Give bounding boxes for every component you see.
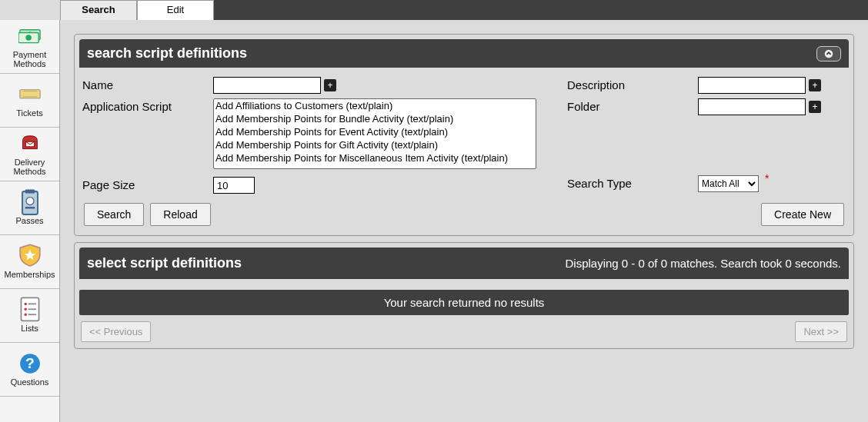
search-button[interactable]: Search bbox=[84, 203, 144, 226]
sidebar: Payment Methods Tickets Delivery Methods… bbox=[0, 20, 60, 422]
sidebar-item-memberships[interactable]: Memberships bbox=[0, 235, 59, 289]
svg-point-13 bbox=[24, 303, 26, 305]
ticket-icon bbox=[18, 84, 42, 105]
label-name: Name bbox=[82, 77, 213, 91]
reload-button[interactable]: Reload bbox=[150, 203, 210, 226]
name-plus-button[interactable]: + bbox=[324, 79, 336, 91]
collapse-button[interactable] bbox=[816, 46, 841, 61]
sidebar-item-label: Payment Methods bbox=[0, 50, 59, 68]
list-icon bbox=[18, 299, 42, 321]
label-description: Description bbox=[567, 77, 698, 91]
svg-text:?: ? bbox=[25, 355, 35, 371]
top-tab-bar: Search Edit bbox=[60, 0, 868, 20]
search-frame: search script definitions Name + bbox=[74, 34, 854, 236]
folder-plus-button[interactable]: + bbox=[809, 101, 821, 113]
next-button[interactable]: Next >> bbox=[795, 321, 847, 342]
application-script-select[interactable]: Add Affiliations to Customers (text/plai… bbox=[213, 98, 536, 169]
label-search-type: Search Type bbox=[567, 175, 698, 190]
tab-search[interactable]: Search bbox=[60, 0, 137, 20]
folder-input[interactable] bbox=[698, 98, 806, 115]
no-results-message: Your search returned no results bbox=[79, 290, 849, 315]
description-input[interactable] bbox=[698, 77, 806, 94]
question-icon: ? bbox=[18, 353, 42, 374]
label-folder: Folder bbox=[567, 98, 698, 113]
svg-rect-11 bbox=[25, 207, 35, 209]
sidebar-item-passes[interactable]: Passes bbox=[0, 181, 59, 235]
sidebar-item-payment-methods[interactable]: Payment Methods bbox=[0, 20, 59, 74]
badge-icon bbox=[18, 191, 42, 213]
label-application-script: Application Script bbox=[82, 98, 213, 113]
description-plus-button[interactable]: + bbox=[809, 79, 821, 91]
sidebar-item-label: Memberships bbox=[4, 270, 55, 279]
sidebar-item-label: Questions bbox=[11, 377, 49, 387]
results-stats: Displaying 0 - 0 of 0 matches. Search to… bbox=[565, 257, 841, 270]
svg-point-21 bbox=[825, 49, 833, 58]
sidebar-item-questions[interactable]: ? Questions bbox=[0, 343, 59, 397]
search-section-bar: search script definitions bbox=[79, 39, 849, 68]
sidebar-item-delivery-methods[interactable]: Delivery Methods bbox=[0, 128, 59, 181]
svg-point-15 bbox=[24, 308, 26, 311]
create-new-button[interactable]: Create New bbox=[761, 203, 844, 226]
svg-rect-9 bbox=[25, 189, 35, 193]
money-icon bbox=[18, 25, 42, 47]
search-section-title: search script definitions bbox=[87, 45, 247, 61]
required-indicator: * bbox=[765, 172, 769, 184]
shield-star-icon bbox=[18, 245, 42, 267]
search-form: Name + Application Script Add Affiliatio… bbox=[79, 68, 849, 231]
mailbox-icon bbox=[18, 133, 42, 155]
sidebar-item-label: Lists bbox=[21, 324, 38, 333]
previous-button[interactable]: << Previous bbox=[81, 321, 151, 342]
tab-edit[interactable]: Edit bbox=[137, 0, 214, 20]
sidebar-item-lists[interactable]: Lists bbox=[0, 289, 59, 343]
svg-point-17 bbox=[24, 314, 26, 316]
label-page-size: Page Size bbox=[82, 177, 213, 191]
results-frame: select script definitions Displaying 0 -… bbox=[74, 242, 854, 349]
svg-point-10 bbox=[26, 197, 34, 204]
main-content: search script definitions Name + bbox=[60, 20, 868, 422]
name-input[interactable] bbox=[213, 77, 321, 94]
sidebar-item-label: Tickets bbox=[16, 108, 42, 118]
sidebar-item-label: Passes bbox=[15, 216, 43, 225]
search-type-select[interactable]: Match AllMatch Any bbox=[698, 175, 759, 192]
page-size-input[interactable] bbox=[213, 177, 255, 194]
sidebar-item-label: Delivery Methods bbox=[0, 158, 59, 176]
svg-point-3 bbox=[25, 35, 32, 42]
sidebar-item-tickets[interactable]: Tickets bbox=[0, 74, 59, 128]
results-section-bar: select script definitions Displaying 0 -… bbox=[79, 248, 849, 279]
results-section-title: select script definitions bbox=[87, 255, 242, 271]
